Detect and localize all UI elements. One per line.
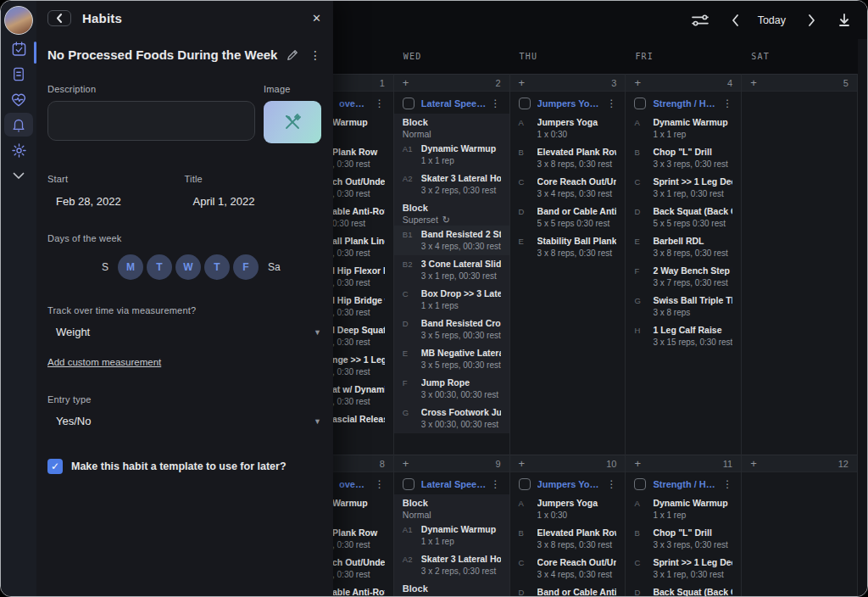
add-workout-button[interactable]: +: [750, 77, 757, 88]
exercise-row[interactable]: DBand Resisted Crossover...3 x 5 reps, 0…: [394, 315, 509, 344]
exercise-row[interactable]: DBand or Cable Anti Rotati...5 x 5 reps …: [510, 203, 626, 232]
day-circle[interactable]: T: [147, 254, 172, 280]
end-date-value[interactable]: April 1, 2022: [185, 195, 322, 208]
workout-menu-icon[interactable]: ⋮: [603, 98, 616, 109]
habit-menu-icon[interactable]: ⋮: [309, 48, 321, 62]
exercise-row[interactable]: EStability Ball Plank Linear ...3 x 8 re…: [510, 232, 626, 262]
workout-title-row[interactable]: Strength / Hypertro...⋮: [626, 95, 741, 112]
exercise-row[interactable]: BElevated Plank Row3 x 8 reps, 0:30 rest: [510, 524, 626, 554]
exercise-row[interactable]: CCore Reach Out/Under3 x 4 reps, 0:30 re…: [510, 554, 626, 583]
exercise-row[interactable]: F2 Way Bench Step Up3 x 7 reps, 0:30 res…: [626, 262, 741, 292]
workout-menu-icon[interactable]: ⋮: [487, 478, 501, 490]
workout-checkbox[interactable]: [519, 98, 531, 109]
habit-image-tile[interactable]: [264, 101, 321, 143]
workout-title[interactable]: Strength / Hypertro...: [653, 479, 719, 489]
measurement-select[interactable]: Weight ▼: [47, 326, 321, 338]
exercise-row[interactable]: BChop "L" Drill3 x 3 reps, 0:30 rest: [626, 143, 741, 173]
download-icon[interactable]: [837, 13, 851, 27]
exercise-row[interactable]: AJumpers Yoga1 x 0:30: [510, 494, 626, 524]
workout-title-row[interactable]: Jumpers Yoga / Core⋮: [510, 476, 626, 493]
day-circle[interactable]: M: [118, 254, 143, 280]
workout-menu-icon[interactable]: ⋮: [371, 98, 385, 109]
exercise-letter: B2: [403, 259, 421, 285]
add-workout-button[interactable]: +: [750, 458, 757, 469]
back-button[interactable]: [47, 10, 71, 26]
exercise-row[interactable]: EBarbell RDL3 x 8 reps, 0:30 rest: [626, 232, 741, 262]
workout-checkbox[interactable]: [403, 98, 415, 109]
workout-title[interactable]: Jumpers Yoga / Core: [537, 479, 604, 489]
add-workout-button[interactable]: +: [519, 77, 526, 88]
workout-title-row[interactable]: Lateral Speed / Plyo⋮: [394, 476, 509, 493]
add-workout-button[interactable]: +: [634, 458, 641, 469]
exercise-row[interactable]: EMB Negative Lateral Hop...3 x 5 reps, 0…: [394, 344, 509, 374]
workout-menu-icon[interactable]: ⋮: [719, 478, 732, 490]
sidebar-item-calendar[interactable]: [4, 36, 33, 60]
workout-checkbox[interactable]: [634, 478, 646, 490]
start-date-value[interactable]: Feb 28, 2022: [47, 195, 185, 208]
add-workout-button[interactable]: +: [403, 77, 409, 88]
day-circle[interactable]: F: [233, 254, 259, 280]
day-label[interactable]: S: [102, 261, 108, 273]
description-input[interactable]: [47, 101, 255, 141]
day-label[interactable]: Sa: [268, 261, 281, 273]
sidebar-expand-chevron[interactable]: [4, 164, 33, 187]
edit-pencil-icon[interactable]: [287, 49, 298, 61]
exercise-row[interactable]: BElevated Plank Row3 x 8 reps, 0:30 rest: [510, 143, 626, 173]
exercise-row[interactable]: A2Skater 3 Lateral Hops >> ...3 x 2 reps…: [394, 550, 509, 580]
workout-checkbox[interactable]: [634, 98, 646, 109]
exercise-row[interactable]: A1Dynamic Warmup1 x 1 rep: [394, 521, 509, 550]
workout-title[interactable]: Strength / Hypertro...: [653, 98, 719, 109]
workout-title-row[interactable]: Lateral Speed / Plyo⋮: [394, 95, 509, 112]
exercise-row[interactable]: CSprint >> 1 Leg Declarations3 x 1 rep, …: [626, 554, 741, 583]
entry-type-select[interactable]: Yes/No ▼: [47, 415, 321, 427]
sidebar-item-reminders[interactable]: [4, 113, 33, 137]
exercise-row[interactable]: BChop "L" Drill3 x 3 reps, 0:30 rest: [626, 524, 741, 554]
exercise-row[interactable]: B1Band Resisted 2 Step Late...3 x 4 reps…: [394, 226, 509, 255]
day-circle[interactable]: T: [204, 254, 230, 280]
workout-menu-icon[interactable]: ⋮: [371, 478, 385, 490]
exercise-row[interactable]: CCore Reach Out/Under3 x 4 reps, 0:30 re…: [510, 173, 626, 203]
exercise-row[interactable]: DBack Squat (Back Off Set): [626, 583, 741, 596]
exercise-row[interactable]: GCross Footwork Jump Rope3 x 00:30, 00:3…: [394, 404, 509, 433]
workout-menu-icon[interactable]: ⋮: [603, 478, 616, 490]
exercise-row[interactable]: CSprint >> 1 Leg Declarations3 x 1 rep, …: [626, 173, 741, 203]
add-custom-measurement-link[interactable]: Add custom measurement: [47, 357, 161, 367]
workout-title[interactable]: ovement Q...: [339, 98, 371, 109]
exercise-row[interactable]: CBox Drop >> 3 Lateral H...1 x 1 reps: [394, 285, 509, 315]
workout-title[interactable]: Lateral Speed / Plyo: [421, 98, 487, 109]
workout-title[interactable]: ovement Q...: [339, 479, 371, 489]
workout-checkbox[interactable]: [519, 478, 531, 490]
exercise-row[interactable]: AJumpers Yoga1 x 0:30: [510, 114, 626, 143]
exercise-row[interactable]: A2Skater 3 Lateral Hops >> ...3 x 2 reps…: [394, 170, 509, 199]
today-button[interactable]: Today: [758, 14, 786, 26]
next-week-icon[interactable]: [808, 14, 815, 26]
day-circle[interactable]: W: [175, 254, 201, 280]
exercise-row[interactable]: ADynamic Warmup1 x 1 rep: [626, 114, 741, 143]
add-workout-button[interactable]: +: [519, 458, 526, 469]
avatar[interactable]: [4, 6, 33, 35]
workout-title-row[interactable]: Jumpers Yoga / Core⋮: [510, 95, 626, 112]
sidebar-item-notes[interactable]: [4, 62, 33, 86]
workout-menu-icon[interactable]: ⋮: [719, 98, 732, 109]
exercise-row[interactable]: DBand or Cable Anti Rotati...: [510, 583, 626, 596]
sidebar-item-health[interactable]: [4, 87, 33, 111]
exercise-row[interactable]: A1Dynamic Warmup1 x 1 rep: [394, 140, 509, 170]
workout-title[interactable]: Lateral Speed / Plyo: [421, 479, 487, 489]
add-workout-button[interactable]: +: [403, 458, 409, 469]
prev-week-icon[interactable]: [732, 14, 739, 26]
filter-sliders-icon[interactable]: [691, 13, 709, 28]
exercise-row[interactable]: H1 Leg Calf Raise3 x 15 reps, 0:30 rest: [626, 321, 741, 351]
exercise-row[interactable]: B23 Cone Lateral Slide3 x 1 rep, 00:30 r…: [394, 255, 509, 285]
exercise-row[interactable]: GSwiss Ball Triple Threat3 x 8 reps: [626, 292, 741, 321]
workout-checkbox[interactable]: [403, 478, 415, 490]
close-icon[interactable]: ✕: [312, 12, 321, 25]
workout-title-row[interactable]: Strength / Hypertro...⋮: [626, 476, 741, 493]
exercise-row[interactable]: ADynamic Warmup1 x 1 rep: [626, 494, 741, 524]
template-checkbox[interactable]: ✓: [47, 459, 63, 474]
exercise-row[interactable]: DBack Squat (Back Off Set)5 x 5 reps 0:3…: [626, 203, 741, 232]
add-workout-button[interactable]: +: [634, 77, 641, 88]
exercise-row[interactable]: FJump Rope3 x 00:30, 00:30 rest: [394, 374, 509, 404]
workout-title[interactable]: Jumpers Yoga / Core: [537, 98, 604, 109]
workout-menu-icon[interactable]: ⋮: [487, 98, 501, 109]
sidebar-item-settings[interactable]: [4, 138, 33, 162]
